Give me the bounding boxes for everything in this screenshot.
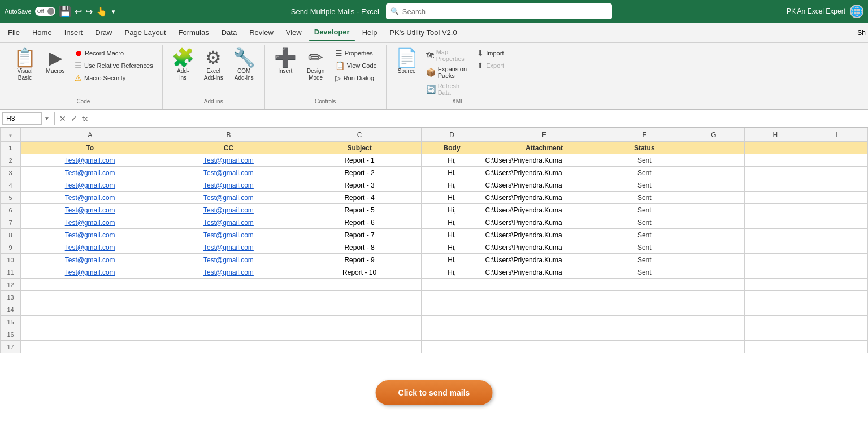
empty-f-13[interactable] — [606, 291, 683, 303]
cell-i-7[interactable] — [806, 216, 867, 229]
cell-subject-11[interactable]: Report - 10 — [298, 266, 421, 279]
empty-c-12[interactable] — [298, 279, 421, 291]
empty-f-14[interactable] — [606, 303, 683, 316]
col-header-b[interactable]: B — [159, 128, 298, 142]
quick-access-dropdown-icon[interactable]: ▼ — [111, 8, 116, 15]
cell-to-5[interactable]: Test@gmail.com — [21, 192, 159, 204]
cell-body-7[interactable]: Hi, — [421, 216, 483, 229]
empty-e-12[interactable] — [483, 279, 606, 291]
properties-button[interactable]: ☰ Properties — [333, 47, 379, 59]
header-attachment[interactable]: Attachment — [483, 142, 606, 154]
cell-status-10[interactable]: Sent — [606, 254, 683, 266]
save-icon[interactable]: 💾 — [59, 5, 71, 18]
select-all-icon[interactable]: ▼ — [8, 133, 13, 138]
dropdown-arrow-icon[interactable]: ▼ — [44, 115, 50, 121]
empty-e-16[interactable] — [483, 328, 606, 341]
cell-status-9[interactable]: Sent — [606, 241, 683, 254]
cell-status-8[interactable]: Sent — [606, 229, 683, 241]
visual-basic-button[interactable]: 📋 VisualBasic — [11, 47, 38, 83]
cell-i-11[interactable] — [806, 266, 867, 279]
menu-item-pks-tool[interactable]: PK's Utility Tool V2.0 — [384, 25, 462, 40]
macros-button[interactable]: ▶ Macros — [42, 47, 69, 76]
cell-i-2[interactable] — [806, 154, 867, 167]
use-relative-button[interactable]: ☰ Use Relative References — [72, 60, 155, 71]
cell-cc-8[interactable]: Test@gmail.com — [159, 229, 298, 241]
empty-i-13[interactable] — [806, 291, 867, 303]
cell-attachment-9[interactable]: C:\Users\Priyendra.Kuma — [483, 241, 606, 254]
design-mode-button[interactable]: ✏ DesignMode — [302, 47, 329, 83]
redo-icon[interactable]: ↪ — [85, 6, 93, 17]
empty-c-14[interactable] — [298, 303, 421, 316]
cell-g-9[interactable] — [683, 241, 744, 254]
empty-b-16[interactable] — [159, 328, 298, 341]
import-button[interactable]: ⬇ Import — [475, 47, 523, 59]
send-mails-button[interactable]: Click to send mails — [376, 380, 493, 405]
empty-b-17[interactable] — [159, 341, 298, 353]
confirm-formula-icon[interactable]: ✓ — [71, 114, 77, 123]
empty-c-13[interactable] — [298, 291, 421, 303]
col-header-c[interactable]: C — [298, 128, 421, 142]
cell-g-5[interactable] — [683, 192, 744, 204]
insert-function-icon[interactable]: fx — [82, 114, 88, 123]
share-button[interactable]: Sh — [857, 29, 866, 37]
cell-body-5[interactable]: Hi, — [421, 192, 483, 204]
touch-icon[interactable]: 👆 — [96, 6, 107, 17]
cell-body-9[interactable]: Hi, — [421, 241, 483, 254]
refresh-data-button[interactable]: 🔄 Refresh Data — [424, 81, 472, 97]
cell-to-8[interactable]: Test@gmail.com — [21, 229, 159, 241]
empty-f-12[interactable] — [606, 279, 683, 291]
cell-h-2[interactable] — [744, 154, 806, 167]
empty-e-13[interactable] — [483, 291, 606, 303]
user-avatar-icon[interactable]: 🌐 — [850, 5, 863, 18]
source-button[interactable]: 📄 Source — [393, 47, 420, 76]
cell-i-5[interactable] — [806, 192, 867, 204]
cell-reference[interactable]: H3 — [2, 112, 42, 125]
cell-status-7[interactable]: Sent — [606, 216, 683, 229]
empty-i-15[interactable] — [806, 316, 867, 328]
cell-subject-4[interactable]: Report - 3 — [298, 179, 421, 192]
cell-status-4[interactable]: Sent — [606, 179, 683, 192]
cell-body-4[interactable]: Hi, — [421, 179, 483, 192]
cell-cc-5[interactable]: Test@gmail.com — [159, 192, 298, 204]
cell-cc-9[interactable]: Test@gmail.com — [159, 241, 298, 254]
cell-cc-4[interactable]: Test@gmail.com — [159, 179, 298, 192]
cell-cc-10[interactable]: Test@gmail.com — [159, 254, 298, 266]
view-code-button[interactable]: 📋 View Code — [333, 60, 379, 71]
cell-attachment-5[interactable]: C:\Users\Priyendra.Kuma — [483, 192, 606, 204]
empty-d-12[interactable] — [421, 279, 483, 291]
empty-h-15[interactable] — [744, 316, 806, 328]
empty-h-13[interactable] — [744, 291, 806, 303]
empty-a-14[interactable] — [21, 303, 159, 316]
cell-to-10[interactable]: Test@gmail.com — [21, 254, 159, 266]
menu-item-help[interactable]: Help — [357, 25, 383, 40]
empty-i-17[interactable] — [806, 341, 867, 353]
header-i[interactable] — [806, 142, 867, 154]
empty-d-17[interactable] — [421, 341, 483, 353]
cell-subject-3[interactable]: Report - 2 — [298, 167, 421, 179]
empty-f-15[interactable] — [606, 316, 683, 328]
cell-subject-8[interactable]: Report - 7 — [298, 229, 421, 241]
cell-body-10[interactable]: Hi, — [421, 254, 483, 266]
cell-body-3[interactable]: Hi, — [421, 167, 483, 179]
empty-g-13[interactable] — [683, 291, 744, 303]
menu-item-home[interactable]: Home — [27, 25, 58, 40]
cell-to-4[interactable]: Test@gmail.com — [21, 179, 159, 192]
cell-to-3[interactable]: Test@gmail.com — [21, 167, 159, 179]
empty-i-16[interactable] — [806, 328, 867, 341]
cell-attachment-4[interactable]: C:\Users\Priyendra.Kuma — [483, 179, 606, 192]
cell-attachment-2[interactable]: C:\Users\Priyendra.Kuma — [483, 154, 606, 167]
cell-h-11[interactable] — [744, 266, 806, 279]
cell-cc-2[interactable]: Test@gmail.com — [159, 154, 298, 167]
header-to[interactable]: To — [21, 142, 159, 154]
col-header-f[interactable]: F — [606, 128, 683, 142]
empty-g-16[interactable] — [683, 328, 744, 341]
empty-h-17[interactable] — [744, 341, 806, 353]
cell-subject-9[interactable]: Report - 8 — [298, 241, 421, 254]
run-dialog-button[interactable]: ▷ Run Dialog — [333, 72, 379, 84]
empty-a-17[interactable] — [21, 341, 159, 353]
cell-i-4[interactable] — [806, 179, 867, 192]
empty-c-16[interactable] — [298, 328, 421, 341]
cell-h-9[interactable] — [744, 241, 806, 254]
cell-status-2[interactable]: Sent — [606, 154, 683, 167]
cell-to-11[interactable]: Test@gmail.com — [21, 266, 159, 279]
